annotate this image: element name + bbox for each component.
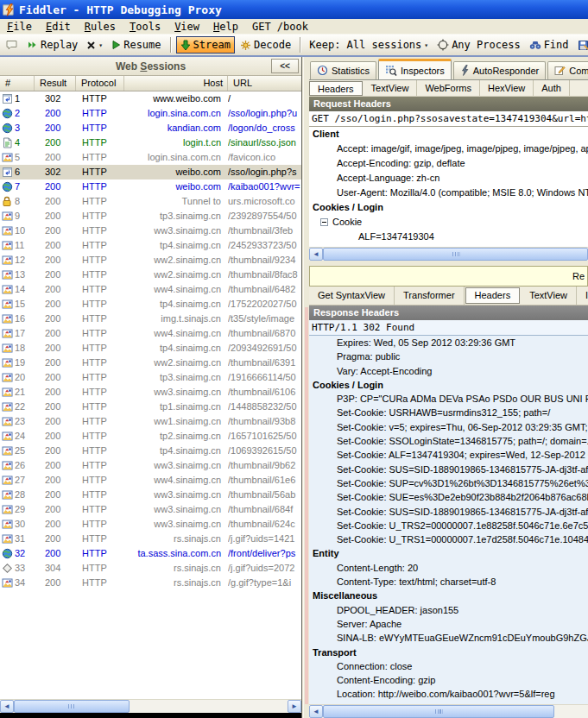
header-row[interactable]: Expires: Wed, 05 Sep 2012 03:29:36 GMT (309, 336, 588, 350)
session-row[interactable]: 22200HTTPtp1.sinaimg.cn/1448858232/50 (0, 400, 301, 414)
request-tab-webforms[interactable]: WebForms (417, 80, 480, 96)
header-row[interactable]: Location: http://weibo.com/kaibao001?wvr… (309, 687, 588, 701)
menu-item-rules[interactable]: Rules (78, 19, 123, 35)
scrollbar-thumb[interactable] (14, 700, 130, 713)
stream-toggle-button[interactable]: Stream (176, 36, 235, 54)
header-row[interactable]: Content-Type: text/html; charset=utf-8 (309, 575, 588, 589)
tab-inspectors[interactable]: Inspectors (378, 59, 452, 79)
header-row[interactable]: Set-Cookie: SUP=cv%3D1%26bt%3D1346815775… (309, 476, 588, 490)
header-row[interactable]: P3P: CP="CURa ADMa DEVa PSAo PSDo OUR BU… (309, 392, 588, 406)
header-row[interactable]: Accept-Encoding: gzip, deflate (309, 156, 588, 171)
header-section[interactable]: Transport (309, 646, 588, 659)
session-row[interactable]: 9200HTTPtp3.sinaimg.cn/2392897554/50 (0, 209, 301, 224)
session-row[interactable]: 31200HTTPrs.sinajs.cn/j.gif?uids=1421 (0, 532, 301, 546)
session-row[interactable]: 6302HTTPweibo.com/sso/login.php?s (0, 165, 301, 180)
scroll-left-arrow[interactable]: ◄ (0, 700, 14, 713)
menu-item-view[interactable]: View (168, 19, 206, 35)
scrollbar-thumb[interactable] (323, 705, 554, 718)
panel-splitter[interactable] (303, 57, 309, 718)
column-header-result[interactable]: Result (35, 76, 76, 91)
session-row[interactable]: 2200HTTPlogin.sina.com.cn/sso/login.php?… (0, 106, 301, 121)
menu-item-file[interactable]: File (0, 19, 39, 35)
session-row[interactable]: 25200HTTPtp4.sinaimg.cn/1069392615/50 (0, 444, 301, 458)
session-row[interactable]: 20200HTTPtp3.sinaimg.cn/1916666114/50 (0, 370, 301, 385)
session-row[interactable]: 33304HTTPrs.sinajs.cn/j.gif?uids=2072 (0, 561, 301, 576)
header-row[interactable]: Set-Cookie: U_TRS1=00000007.1e7d258f.504… (309, 532, 588, 546)
header-row[interactable]: Set-Cookie: ALF=1347419304; expires=Wed,… (309, 448, 588, 462)
session-row[interactable]: 7200HTTPweibo.com/kaibao001?wvr= (0, 180, 301, 194)
tab-autoresponder[interactable]: AutoResponder (453, 61, 546, 79)
session-row[interactable]: 17200HTTPww4.sinaimg.cn/thumbnail/6870 (0, 326, 301, 341)
remove-sessions-button[interactable]: ▾ (83, 36, 106, 54)
session-row[interactable]: 10200HTTPww3.sinaimg.cn/thumbnail/3feb (0, 224, 301, 238)
session-row[interactable]: 12200HTTPww2.sinaimg.cn/thumbnail/9234 (0, 253, 301, 268)
save-button[interactable]: Save (574, 36, 588, 54)
response-tab-im[interactable]: Im (577, 287, 588, 305)
response-tab-transformer[interactable]: Transformer (395, 287, 465, 305)
tab-statistics[interactable]: Statistics (310, 61, 376, 79)
session-row[interactable]: 5200HTTPlogin.sina.com.cn/favicon.ico (0, 150, 301, 165)
session-row[interactable]: 28200HTTPww3.sinaimg.cn/thumbnail/56ab (0, 488, 301, 502)
header-row[interactable]: DPOOL_HEADER: jason155 (309, 603, 588, 617)
header-row[interactable]: Set-Cookie: USRHAWB=usrmdins312_155; pat… (309, 406, 588, 419)
column-header-host[interactable]: Host (124, 76, 228, 91)
header-row[interactable]: Vary: Accept-Encoding (309, 364, 588, 378)
response-tab-get-syntaxview[interactable]: Get SyntaxView (309, 287, 395, 305)
request-tab-textview[interactable]: TextView (364, 80, 418, 96)
header-row[interactable]: Connection: close (309, 659, 588, 673)
session-row[interactable]: 27200HTTPww4.sinaimg.cn/thumbnail/61e6 (0, 473, 301, 488)
header-row[interactable]: User-Agent: Mozilla/4.0 (compatible; MSI… (309, 186, 588, 200)
collapse-panel-button[interactable]: << (271, 59, 299, 73)
response-tab-textview[interactable]: TextView (521, 287, 577, 305)
decode-button[interactable]: Decode (237, 36, 294, 54)
session-row[interactable]: 13200HTTPww2.sinaimg.cn/thumbnail/8fac8 (0, 268, 301, 282)
replay-button[interactable]: Replay (23, 36, 81, 54)
header-section[interactable]: Cookies / Login (309, 378, 588, 392)
session-row[interactable]: 26200HTTPww3.sinaimg.cn/thumbnail/9b62 (0, 458, 301, 473)
menu-item-help[interactable]: Help (206, 19, 245, 35)
session-row[interactable]: 3200HTTPkandian.com/logon/do_cross (0, 121, 301, 135)
header-row[interactable]: Content-Length: 20 (309, 561, 588, 575)
column-header-url[interactable]: URL (228, 76, 301, 91)
collapse-expander-icon[interactable] (320, 218, 328, 226)
header-row[interactable]: Accept: image/gif, image/jpeg, image/pjp… (309, 142, 588, 156)
session-row[interactable]: 14200HTTPww4.sinaimg.cn/thumbnail/6482 (0, 282, 301, 297)
request-tab-auth[interactable]: Auth (534, 80, 570, 96)
find-button[interactable]: Find (526, 36, 572, 54)
session-row[interactable]: 32200HTTPta.sass.sina.com.cn/front/deliv… (0, 546, 301, 561)
session-row[interactable]: 18200HTTPtp4.sinaimg.cn/2093492691/50 (0, 341, 301, 356)
header-row[interactable]: Content-Encoding: gzip (309, 673, 588, 687)
session-row[interactable]: 23200HTTPww1.sinaimg.cn/thumbnail/93b8 (0, 414, 301, 429)
session-row[interactable]: 1302HTTPwww.weibo.com/ (0, 91, 301, 106)
header-section[interactable]: Miscellaneous (309, 589, 588, 602)
session-row[interactable]: 19200HTTPww2.sinaimg.cn/thumbnail/6391 (0, 356, 301, 370)
scroll-right-arrow[interactable]: ► (288, 700, 301, 713)
response-tab-headers[interactable]: Headers (465, 287, 521, 304)
header-row[interactable]: Accept-Language: zh-cn (309, 171, 588, 186)
scroll-left-arrow[interactable]: ◄ (309, 705, 323, 718)
session-row[interactable]: 4200HTTPlogin.t.cn/sinaurl/sso.json (0, 135, 301, 150)
scrollbar-thumb[interactable] (323, 248, 588, 261)
session-row[interactable]: 8200HTTPTunnel tours.microsoft.co (0, 194, 301, 209)
header-row[interactable]: Set-Cookie: SSOLoginState=1346815775; pa… (309, 434, 588, 448)
any-process-button[interactable]: Any Process (433, 36, 523, 54)
session-row[interactable]: 21200HTTPww3.sinaimg.cn/thumbnail/6106 (0, 385, 301, 400)
session-row[interactable]: 29200HTTPww3.sinaimg.cn/thumbnail/684f (0, 502, 301, 517)
resume-button[interactable]: Resume (108, 36, 164, 54)
menu-item-get-book[interactable]: GET /book (245, 19, 315, 35)
header-section[interactable]: Entity (309, 546, 588, 560)
session-row[interactable]: 34200HTTPrs.sinajs.cn/g.gif?type=1&i (0, 576, 301, 590)
header-row[interactable]: ALF=1347419304 (309, 230, 588, 244)
header-section[interactable]: Cookies / Login (309, 200, 588, 215)
scrollbar-track[interactable] (130, 700, 288, 713)
header-row[interactable]: Set-Cookie: SUS=SID-1889019865-134681577… (309, 463, 588, 476)
comment-button[interactable] (2, 36, 22, 54)
scrollbar-track[interactable] (554, 705, 588, 718)
scroll-left-arrow[interactable]: ◄ (309, 248, 323, 261)
session-row[interactable]: 16200HTTPimg.t.sinajs.cn/t35/style/image (0, 312, 301, 326)
header-row[interactable]: Set-Cookie: v=5; expires=Thu, 06-Sep-201… (309, 420, 588, 434)
header-row[interactable]: Set-Cookie: U_TRS2=00000007.1e88258f.504… (309, 519, 588, 532)
quickexec-box[interactable] (0, 713, 301, 718)
header-section[interactable]: Client (309, 127, 588, 142)
keep-sessions-dropdown[interactable]: Keep: All sessions▾ (306, 36, 432, 54)
